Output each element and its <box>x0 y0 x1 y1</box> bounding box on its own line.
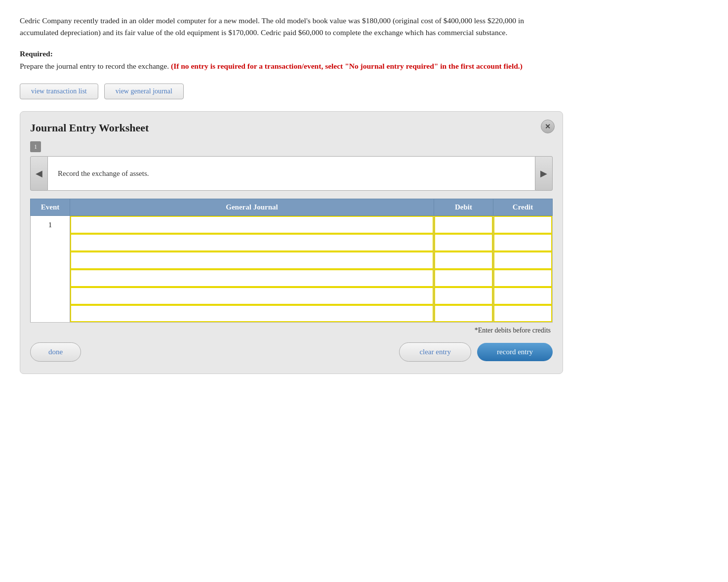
header-debit: Debit <box>434 199 493 216</box>
hint-text: *Enter debits before credits <box>30 327 553 334</box>
credit-input[interactable] <box>493 305 552 323</box>
debit-cell[interactable] <box>434 234 493 251</box>
debit-input[interactable] <box>434 287 493 305</box>
journal-input[interactable] <box>70 305 434 323</box>
clear-entry-button[interactable]: clear entry <box>399 342 471 362</box>
journal-input[interactable] <box>70 234 434 251</box>
debit-cell[interactable] <box>434 251 493 269</box>
journal-entry-worksheet: Journal Entry Worksheet ✕ 1 ◀ Record the… <box>20 111 563 374</box>
debit-input[interactable] <box>434 234 493 251</box>
credit-input[interactable] <box>493 234 552 251</box>
debit-cell[interactable] <box>434 269 493 287</box>
debit-input[interactable] <box>434 269 493 287</box>
required-section: Required: Prepare the journal entry to r… <box>20 49 538 72</box>
debit-input[interactable] <box>434 216 493 234</box>
journal-input[interactable] <box>70 251 434 269</box>
journal-cell[interactable] <box>70 287 434 305</box>
debit-cell[interactable] <box>434 305 493 323</box>
done-button[interactable]: done <box>30 342 81 362</box>
table-row <box>31 251 553 269</box>
journal-cell[interactable] <box>70 216 434 234</box>
table-row <box>31 305 553 323</box>
credit-cell[interactable] <box>493 305 553 323</box>
nav-right-button[interactable]: ▶ <box>535 156 553 191</box>
journal-cell[interactable] <box>70 251 434 269</box>
event-cell <box>31 234 70 251</box>
required-text: Prepare the journal entry to record the … <box>20 60 538 72</box>
step-badge: 1 <box>30 141 41 152</box>
debit-cell[interactable] <box>434 287 493 305</box>
table-row <box>31 287 553 305</box>
worksheet-title: Journal Entry Worksheet <box>30 122 553 134</box>
debit-input[interactable] <box>434 305 493 323</box>
credit-cell[interactable] <box>493 251 553 269</box>
table-row: 1 <box>31 216 553 234</box>
nav-left-button[interactable]: ◀ <box>30 156 48 191</box>
journal-input[interactable] <box>70 287 434 305</box>
debit-input[interactable] <box>434 251 493 269</box>
view-transaction-list-button[interactable]: view transaction list <box>20 83 98 99</box>
credit-input[interactable] <box>493 269 552 287</box>
required-static-text: Prepare the journal entry to record the … <box>20 62 169 70</box>
top-button-row: view transaction list view general journ… <box>20 83 708 99</box>
event-cell: 1 <box>31 216 70 234</box>
required-highlight-text: (If no entry is required for a transacti… <box>171 62 523 70</box>
bottom-buttons: done clear entry record entry <box>30 342 553 362</box>
event-cell <box>31 269 70 287</box>
record-entry-button[interactable]: record entry <box>477 343 553 361</box>
journal-input[interactable] <box>70 269 434 287</box>
credit-input[interactable] <box>493 287 552 305</box>
credit-cell[interactable] <box>493 269 553 287</box>
event-cell <box>31 305 70 323</box>
debit-cell[interactable] <box>434 216 493 234</box>
header-general-journal: General Journal <box>70 199 434 216</box>
table-row <box>31 269 553 287</box>
journal-cell[interactable] <box>70 305 434 323</box>
credit-input[interactable] <box>493 251 552 269</box>
description-box: Record the exchange of assets. <box>48 156 535 191</box>
event-cell <box>31 287 70 305</box>
header-credit: Credit <box>493 199 553 216</box>
credit-input[interactable] <box>493 216 552 234</box>
journal-input[interactable] <box>70 216 434 234</box>
required-label: Required: <box>20 49 538 58</box>
credit-cell[interactable] <box>493 234 553 251</box>
header-event: Event <box>31 199 70 216</box>
nav-row: ◀ Record the exchange of assets. ▶ <box>30 156 553 191</box>
journal-cell[interactable] <box>70 269 434 287</box>
event-cell <box>31 251 70 269</box>
view-general-journal-button[interactable]: view general journal <box>104 83 184 99</box>
table-row <box>31 234 553 251</box>
credit-cell[interactable] <box>493 216 553 234</box>
intro-text: Cedric Company recently traded in an old… <box>20 15 538 39</box>
journal-table: Event General Journal Debit Credit 1 <box>30 199 553 323</box>
credit-cell[interactable] <box>493 287 553 305</box>
journal-cell[interactable] <box>70 234 434 251</box>
